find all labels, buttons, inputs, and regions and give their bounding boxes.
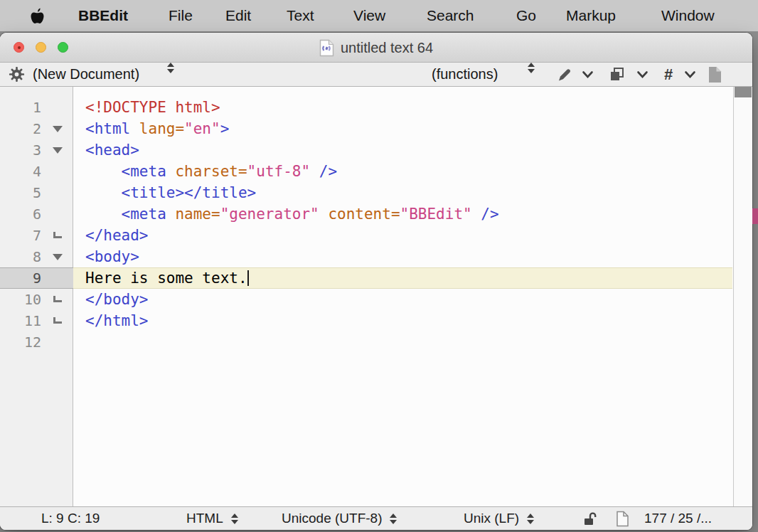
functions-popup-stepper-icon[interactable] <box>528 63 535 86</box>
menu-item-edit[interactable]: Edit <box>225 0 251 31</box>
vertical-scrollbar[interactable] <box>733 87 752 506</box>
code-text[interactable]: </head> <box>73 225 732 246</box>
code-text[interactable]: <!DOCTYPE html> <box>73 97 732 118</box>
text-caret <box>247 270 249 286</box>
editor-line-8[interactable]: 8<body> <box>0 246 732 267</box>
fold-open-icon[interactable] <box>53 147 63 154</box>
fold-open-icon[interactable] <box>53 126 63 132</box>
fold-column <box>41 97 73 118</box>
documents-overlay-icon[interactable] <box>609 63 625 86</box>
code-text[interactable]: <title></title> <box>73 182 732 203</box>
encoding-popup[interactable]: Unicode (UTF-8) <box>282 507 397 530</box>
fold-column <box>41 331 73 353</box>
fold-open-icon[interactable] <box>53 254 63 260</box>
new-document-page-icon[interactable] <box>708 63 722 86</box>
fold-column[interactable] <box>41 139 73 161</box>
fold-column[interactable] <box>41 118 73 139</box>
line-number: 1 <box>0 97 41 118</box>
line-number: 9 <box>0 267 41 289</box>
code-lines[interactable]: 1<!DOCTYPE html>2<html lang="en">3<head>… <box>0 97 732 353</box>
line-endings-label: Unix (LF) <box>464 511 519 526</box>
editor-line-4[interactable]: 4 <meta charset="utf-8" /> <box>0 161 732 182</box>
bbedit-window: untitled text 64 (New Document) <box>0 33 752 530</box>
toolbar: (New Document) (functions) # <box>0 63 752 87</box>
unlocked-icon[interactable] <box>583 507 598 530</box>
line-number: 10 <box>0 289 41 310</box>
menu-item-markup[interactable]: Markup <box>566 0 616 31</box>
marker-menu-chevron-icon[interactable] <box>582 63 594 86</box>
document-state-popup-stepper-icon[interactable] <box>167 63 174 86</box>
functions-popup[interactable]: (functions) <box>432 63 498 86</box>
line-endings-popup[interactable]: Unix (LF) <box>464 507 534 530</box>
editor-area[interactable]: 1<!DOCTYPE html>2<html lang="en">3<head>… <box>0 87 752 506</box>
menu-item-search[interactable]: Search <box>427 0 474 31</box>
line-number: 8 <box>0 246 41 267</box>
editor-line-2[interactable]: 2<html lang="en"> <box>0 118 732 139</box>
fold-column <box>41 161 73 182</box>
line-number: 3 <box>0 139 41 161</box>
hash-menu-chevron-icon[interactable] <box>684 63 696 86</box>
editor-line-1[interactable]: 1<!DOCTYPE html> <box>0 97 732 118</box>
fold-column <box>41 289 73 310</box>
code-text[interactable]: <html lang="en"> <box>73 118 732 139</box>
line-number: 4 <box>0 161 41 182</box>
fold-column <box>41 310 73 331</box>
title-bar[interactable]: untitled text 64 <box>0 33 752 63</box>
editor-line-7[interactable]: 7</head> <box>0 225 732 246</box>
menu-item-file[interactable]: File <box>169 0 193 31</box>
line-number-symbol[interactable]: # <box>664 63 673 86</box>
line-number: 12 <box>0 331 41 353</box>
code-text[interactable]: </html> <box>73 310 732 331</box>
document-proxy-icon[interactable] <box>319 39 334 57</box>
code-text[interactable]: <meta name="generator" content="BBEdit" … <box>73 203 732 225</box>
gear-icon[interactable] <box>9 63 25 86</box>
code-text[interactable] <box>73 331 732 353</box>
editor-line-12[interactable]: 12 <box>0 331 732 353</box>
code-text[interactable]: Here is some text. <box>73 267 732 289</box>
editor-line-3[interactable]: 3<head> <box>0 139 732 161</box>
apple-menu-icon[interactable] <box>31 8 44 27</box>
editor-line-10[interactable]: 10</body> <box>0 289 732 310</box>
menu-bar: BBEditFileEditTextViewSearchGoMarkupWind… <box>0 0 758 31</box>
line-endings-popup-stepper-icon <box>527 514 534 524</box>
code-text[interactable]: <body> <box>73 246 732 267</box>
character-counts: 177 / 25 /... <box>644 507 712 530</box>
document-state-popup[interactable]: (New Document) <box>33 63 139 86</box>
line-number: 11 <box>0 310 41 331</box>
cursor-position: L: 9 C: 19 <box>41 507 100 530</box>
fold-column <box>41 203 73 225</box>
window-title: untitled text 64 <box>341 40 433 56</box>
fold-end-icon <box>53 296 62 302</box>
line-number: 6 <box>0 203 41 225</box>
fold-column <box>41 182 73 203</box>
code-text[interactable]: </body> <box>73 289 732 310</box>
window-title-group: untitled text 64 <box>0 33 752 63</box>
menu-item-bbedit[interactable]: BBEdit <box>78 0 128 31</box>
fold-end-icon <box>53 232 62 238</box>
encoding-label: Unicode (UTF-8) <box>282 511 382 526</box>
line-number: 2 <box>0 118 41 139</box>
editor-line-5[interactable]: 5 <title></title> <box>0 182 732 203</box>
documents-menu-chevron-icon[interactable] <box>636 63 648 86</box>
line-number: 7 <box>0 225 41 246</box>
fold-end-icon <box>53 317 62 324</box>
code-text[interactable]: <meta charset="utf-8" /> <box>73 161 732 182</box>
language-popup-stepper-icon <box>231 514 238 524</box>
status-bar: L: 9 C: 19 HTML Unicode (UTF-8) Unix (LF… <box>0 506 752 530</box>
menu-item-view[interactable]: View <box>353 0 385 31</box>
document-info-page-icon[interactable] <box>616 507 629 530</box>
editor-line-11[interactable]: 11</html> <box>0 310 732 331</box>
editor-line-6[interactable]: 6 <meta name="generator" content="BBEdit… <box>0 203 732 225</box>
language-popup[interactable]: HTML <box>186 507 238 530</box>
encoding-popup-stepper-icon <box>390 514 397 524</box>
marker-pen-icon[interactable] <box>557 63 572 86</box>
fold-column[interactable] <box>41 246 73 267</box>
menu-item-go[interactable]: Go <box>516 0 536 31</box>
line-number: 5 <box>0 182 41 203</box>
scrollbar-thumb[interactable] <box>735 87 752 97</box>
code-text[interactable]: <head> <box>73 139 732 161</box>
fold-column <box>41 267 73 289</box>
editor-line-9[interactable]: 9Here is some text. <box>0 267 732 289</box>
menu-item-text[interactable]: Text <box>287 0 314 31</box>
menu-item-window[interactable]: Window <box>661 0 715 31</box>
